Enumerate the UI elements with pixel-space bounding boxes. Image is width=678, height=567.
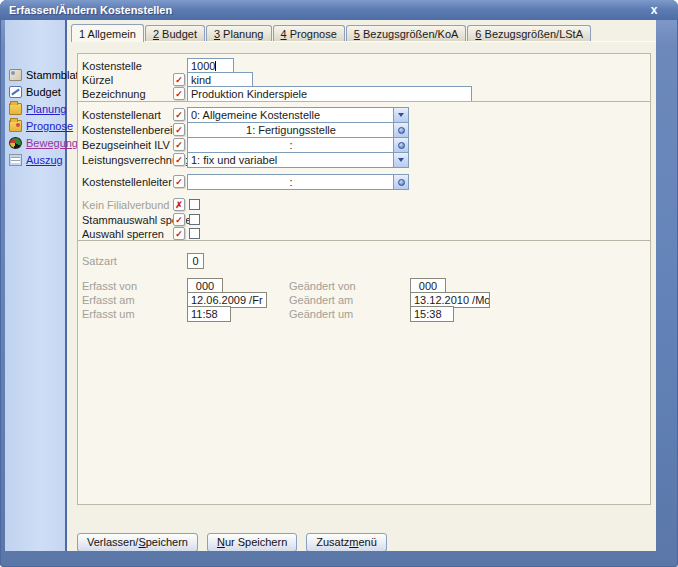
screenshot-stage: Erfassen/Ändern Kostenstellen x Stammbla… xyxy=(0,0,678,567)
form-row: Bezugseinheit ILV ✓ : xyxy=(78,137,650,153)
tab-allgemein[interactable]: 1 Allgemein xyxy=(71,24,144,42)
satzart-field: 0 xyxy=(187,253,204,269)
button-row: Verlassen/SpeichernNur SpeichernZusatzme… xyxy=(77,533,396,551)
lookup-icon[interactable] xyxy=(393,138,408,152)
form-row: Kostenstellenleiter ✓ : xyxy=(78,174,650,190)
window-title: Erfassen/Ändern Kostenstellen xyxy=(9,4,172,16)
tab-number: 4 xyxy=(281,28,287,40)
kostenstellenleiter-select[interactable]: : xyxy=(187,174,409,190)
sidebar-item-bewegung[interactable]: Bewegung xyxy=(5,134,65,151)
tab-budget[interactable]: 2 Budget xyxy=(145,25,205,42)
kuerzel-label: Kürzel xyxy=(82,74,113,86)
form-row: Kostenstellenart ✓ 0: Allgemeine Kostens… xyxy=(78,107,650,123)
form-row: Satzart 0 xyxy=(78,253,650,269)
modified-x-icon: ✗ xyxy=(173,198,185,211)
lookup-icon[interactable] xyxy=(393,175,408,189)
bezeichnung-label: Bezeichnung xyxy=(82,88,146,100)
separator xyxy=(78,101,650,102)
card-index-icon xyxy=(9,69,22,81)
tab-planung[interactable]: 3 Planung xyxy=(206,25,272,42)
modified-check-icon: ✓ xyxy=(173,213,185,226)
form-row: Erfasst um 11:58 Geändert um 15:38 xyxy=(78,306,650,322)
modified-check-icon: ✓ xyxy=(173,73,185,86)
bezeichnung-input[interactable]: Produktion Kinderspiele xyxy=(187,86,472,102)
folder-dot-icon xyxy=(9,120,22,132)
stammauswahl-sperren-checkbox[interactable] xyxy=(189,214,200,225)
tab-bezugsgroessen-koa[interactable]: 5 Bezugsgrößen/KoA xyxy=(346,25,467,42)
leistungsverrechnung-select[interactable]: 1: fix und variabel xyxy=(187,152,409,168)
sidebar-item-label[interactable]: Auszug xyxy=(26,154,63,166)
verlassen-speichern-button[interactable]: Verlassen/Speichern xyxy=(77,533,198,551)
globe-icon xyxy=(9,137,22,149)
erfasst-um-label: Erfasst um xyxy=(82,308,135,320)
sidebar-nav: StammblattBudgetPlanungPrognoseBewegungA… xyxy=(5,20,67,551)
tab-page-border xyxy=(69,41,656,42)
kostenstelle-value: 1000 xyxy=(191,60,215,72)
modified-check-icon: ✓ xyxy=(173,227,185,240)
modified-check-icon: ✓ xyxy=(173,123,185,136)
kein-filialverbund-label: Kein Filialverbund xyxy=(82,199,169,211)
close-icon[interactable]: x xyxy=(646,0,662,20)
sidebar-item-label[interactable]: Planung xyxy=(26,103,66,115)
kostenstellenart-select[interactable]: 0: Allgemeine Kostenstelle xyxy=(187,107,409,123)
bezugseinheit-ilv-label: Bezugseinheit ILV xyxy=(82,139,170,151)
kostenstellenart-value: 0: Allgemeine Kostenstelle xyxy=(191,108,391,122)
auswahl-sperren-checkbox[interactable] xyxy=(189,228,200,239)
tab-prognose[interactable]: 4 Prognose xyxy=(273,25,345,42)
lookup-icon[interactable] xyxy=(393,123,408,137)
form-row: Leistungsverrechnung ✓ 1: fix und variab… xyxy=(78,152,650,168)
geaendert-um-field: 15:38 xyxy=(410,306,454,322)
sidebar-item-prognose[interactable]: Prognose xyxy=(5,117,65,134)
form-group-box: Kostenstelle 1000 Kürzel ✓ kind Bezeichn… xyxy=(77,53,651,505)
kostenstelle-label: Kostenstelle xyxy=(82,60,142,72)
separator xyxy=(78,240,650,241)
tab-number: 2 xyxy=(153,28,159,40)
leistungsverrechnung-value: 1: fix und variabel xyxy=(191,153,391,167)
erfasst-von-label: Erfasst von xyxy=(82,280,137,292)
folder-icon xyxy=(9,103,22,115)
form-row: Kein Filialverbund ✗ xyxy=(78,197,650,213)
geaendert-um-label: Geändert um xyxy=(289,308,353,320)
text-cursor xyxy=(215,61,216,71)
modified-check-icon: ✓ xyxy=(173,108,185,121)
sidebar-item-label[interactable]: Prognose xyxy=(26,120,73,132)
bezugseinheit-ilv-value: : xyxy=(191,138,391,152)
tab-number: 5 xyxy=(354,28,360,40)
kein-filialverbund-checkbox[interactable] xyxy=(189,199,200,210)
kostenstellenbereich-select[interactable]: 1: Fertigungsstelle xyxy=(187,122,409,138)
document-icon xyxy=(9,154,22,166)
kostenstellenbereich-label: Kostenstellenbereich xyxy=(82,124,184,136)
app-window: Erfassen/Ändern Kostenstellen x Stammbla… xyxy=(0,0,678,567)
tab-bezugsgroessen-lsta[interactable]: 6 Bezugsgrößen/LStA xyxy=(467,25,591,42)
dropdown-arrow-icon[interactable] xyxy=(393,108,408,122)
tab-number: 3 xyxy=(214,28,220,40)
tab-number: 6 xyxy=(475,28,481,40)
tab-strip: 1 Allgemein2 Budget3 Planung4 Prognose5 … xyxy=(71,24,592,42)
client-area: StammblattBudgetPlanungPrognoseBewegungA… xyxy=(5,20,656,551)
sidebar-item-budget[interactable]: Budget xyxy=(5,83,65,100)
sidebar-item-label: Budget xyxy=(26,86,61,98)
geaendert-am-label: Geändert am xyxy=(289,294,353,306)
edit-page-icon xyxy=(9,86,22,98)
sidebar-item-planung[interactable]: Planung xyxy=(5,100,65,117)
nur-speichern-button[interactable]: Nur Speichern xyxy=(207,533,297,551)
kostenstellenleiter-label: Kostenstellenleiter xyxy=(82,176,172,188)
sidebar-item-stammblatt[interactable]: Stammblatt xyxy=(5,66,65,83)
dropdown-arrow-icon[interactable] xyxy=(393,153,408,167)
kostenstellenbereich-value: 1: Fertigungsstelle xyxy=(191,123,391,137)
erfasst-am-label: Erfasst am xyxy=(82,294,135,306)
zusatzmenu-button[interactable]: Zusatzmenü xyxy=(306,533,387,551)
kostenstellenleiter-value: : xyxy=(191,175,391,189)
form-row: Bezeichnung ✓ Produktion Kinderspiele xyxy=(78,86,650,102)
sidebar-item-auszug[interactable]: Auszug xyxy=(5,151,65,168)
tab-page-allgemein: 1 Allgemein2 Budget3 Planung4 Prognose5 … xyxy=(69,20,656,551)
satzart-label: Satzart xyxy=(82,255,117,267)
modified-check-icon: ✓ xyxy=(173,87,185,100)
modified-check-icon: ✓ xyxy=(173,153,185,166)
modified-check-icon: ✓ xyxy=(173,138,185,151)
kostenstellenart-label: Kostenstellenart xyxy=(82,109,161,121)
auswahl-sperren-label: Auswahl sperren xyxy=(82,228,164,240)
geaendert-von-label: Geändert von xyxy=(289,280,356,292)
title-bar[interactable]: Erfassen/Ändern Kostenstellen x xyxy=(0,0,678,20)
bezugseinheit-ilv-select[interactable]: : xyxy=(187,137,409,153)
